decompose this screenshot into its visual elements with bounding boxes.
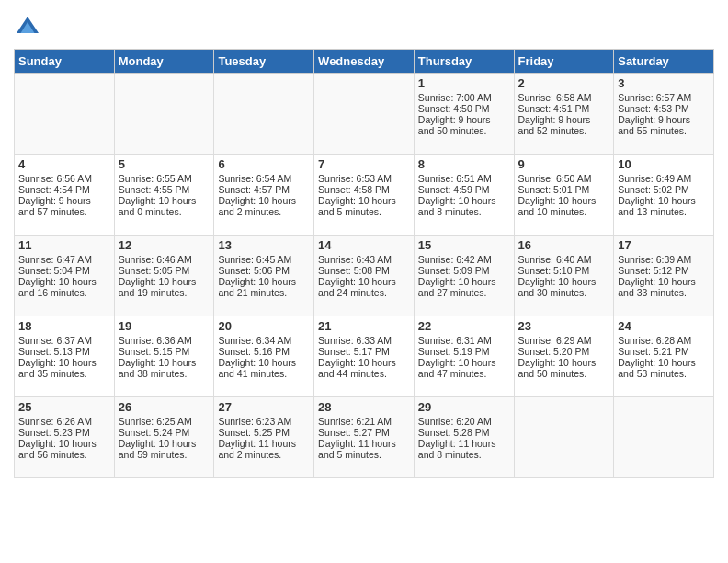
cell-content-line: and 50 minutes.: [518, 368, 610, 379]
cell-content-line: and 10 minutes.: [518, 206, 610, 217]
cell-content-line: Sunrise: 6:43 AM: [318, 254, 410, 265]
day-number: 16: [518, 238, 610, 252]
calendar-cell: 28Sunrise: 6:21 AMSunset: 5:27 PMDayligh…: [314, 397, 415, 478]
cell-content-line: Daylight: 10 hours: [318, 195, 410, 206]
cell-content-line: and 13 minutes.: [618, 206, 710, 217]
cell-content-line: and 38 minutes.: [119, 368, 210, 379]
day-number: 24: [618, 319, 710, 333]
calendar-cell: 4Sunrise: 6:56 AMSunset: 4:54 PMDaylight…: [15, 155, 115, 236]
cell-content-line: Daylight: 10 hours: [119, 276, 210, 287]
calendar-cell: 22Sunrise: 6:31 AMSunset: 5:19 PMDayligh…: [414, 316, 514, 397]
calendar-cell: 26Sunrise: 6:25 AMSunset: 5:24 PMDayligh…: [114, 397, 214, 478]
calendar-week-row: 4Sunrise: 6:56 AMSunset: 4:54 PMDaylight…: [15, 155, 714, 236]
cell-content-line: and 52 minutes.: [518, 125, 610, 136]
calendar-cell: 24Sunrise: 6:28 AMSunset: 5:21 PMDayligh…: [614, 316, 714, 397]
cell-content-line: Sunrise: 6:33 AM: [318, 335, 410, 346]
cell-content-line: Sunrise: 7:00 AM: [418, 92, 510, 103]
cell-content-line: Sunset: 5:08 PM: [318, 265, 410, 276]
cell-content-line: Daylight: 10 hours: [618, 357, 710, 368]
calendar-cell: 14Sunrise: 6:43 AMSunset: 5:08 PMDayligh…: [314, 236, 415, 316]
cell-content-line: and 5 minutes.: [318, 449, 410, 460]
day-number: 1: [418, 76, 510, 90]
cell-content-line: Daylight: 10 hours: [18, 357, 110, 368]
cell-content-line: and 56 minutes.: [18, 449, 110, 460]
cell-content-line: Sunset: 5:23 PM: [18, 427, 110, 438]
cell-content-line: Sunset: 5:13 PM: [18, 346, 110, 357]
cell-content-line: and 16 minutes.: [18, 287, 110, 298]
cell-content-line: Daylight: 10 hours: [418, 276, 510, 287]
day-of-week-header: Friday: [514, 50, 614, 74]
cell-content-line: Daylight: 10 hours: [518, 357, 610, 368]
day-number: 29: [418, 400, 510, 414]
cell-content-line: Sunrise: 6:40 AM: [518, 254, 610, 265]
cell-content-line: Sunset: 5:25 PM: [218, 427, 310, 438]
day-number: 26: [119, 400, 210, 414]
cell-content-line: Sunrise: 6:54 AM: [218, 173, 310, 184]
cell-content-line: Sunset: 5:27 PM: [318, 427, 410, 438]
main-container: SundayMondayTuesdayWednesdayThursdayFrid…: [0, 0, 728, 488]
cell-content-line: and 30 minutes.: [518, 287, 610, 298]
cell-content-line: Sunrise: 6:20 AM: [418, 416, 510, 427]
cell-content-line: Sunset: 5:28 PM: [418, 427, 510, 438]
cell-content-line: and 35 minutes.: [18, 368, 110, 379]
cell-content-line: Sunrise: 6:47 AM: [18, 254, 110, 265]
day-number: 18: [18, 319, 110, 333]
day-number: 9: [518, 157, 610, 171]
cell-content-line: Sunset: 5:19 PM: [418, 346, 510, 357]
cell-content-line: Sunset: 5:02 PM: [618, 184, 710, 195]
cell-content-line: Daylight: 10 hours: [218, 357, 310, 368]
cell-content-line: Sunset: 5:09 PM: [418, 265, 510, 276]
cell-content-line: Daylight: 10 hours: [18, 438, 110, 449]
cell-content-line: Sunset: 5:15 PM: [119, 346, 210, 357]
calendar-cell: 23Sunrise: 6:29 AMSunset: 5:20 PMDayligh…: [514, 316, 614, 397]
cell-content-line: Sunrise: 6:49 AM: [618, 173, 710, 184]
cell-content-line: Sunset: 4:53 PM: [618, 103, 710, 114]
day-number: 23: [518, 319, 610, 333]
cell-content-line: Sunrise: 6:42 AM: [418, 254, 510, 265]
calendar-cell: [614, 397, 714, 478]
calendar-cell: 25Sunrise: 6:26 AMSunset: 5:23 PMDayligh…: [15, 397, 115, 478]
calendar-week-row: 11Sunrise: 6:47 AMSunset: 5:04 PMDayligh…: [15, 236, 714, 316]
cell-content-line: and 55 minutes.: [618, 125, 710, 136]
cell-content-line: Sunset: 5:01 PM: [518, 184, 610, 195]
cell-content-line: Daylight: 9 hours: [518, 114, 610, 125]
cell-content-line: Sunset: 5:06 PM: [218, 265, 310, 276]
cell-content-line: Sunset: 5:12 PM: [618, 265, 710, 276]
logo-icon: [14, 14, 41, 41]
day-number: 25: [18, 400, 110, 414]
cell-content-line: and 47 minutes.: [418, 368, 510, 379]
cell-content-line: and 21 minutes.: [218, 287, 310, 298]
calendar-cell: 27Sunrise: 6:23 AMSunset: 5:25 PMDayligh…: [214, 397, 314, 478]
calendar-cell: [214, 74, 314, 155]
cell-content-line: and 8 minutes.: [418, 449, 510, 460]
cell-content-line: Sunset: 4:57 PM: [218, 184, 310, 195]
cell-content-line: Sunrise: 6:31 AM: [418, 335, 510, 346]
calendar-cell: 12Sunrise: 6:46 AMSunset: 5:05 PMDayligh…: [114, 236, 214, 316]
calendar-week-row: 18Sunrise: 6:37 AMSunset: 5:13 PMDayligh…: [15, 316, 714, 397]
cell-content-line: Daylight: 9 hours: [418, 114, 510, 125]
cell-content-line: Daylight: 11 hours: [418, 438, 510, 449]
day-number: 21: [318, 319, 410, 333]
day-number: 28: [318, 400, 410, 414]
cell-content-line: Sunset: 4:58 PM: [318, 184, 410, 195]
day-of-week-header: Saturday: [614, 50, 714, 74]
calendar-cell: 11Sunrise: 6:47 AMSunset: 5:04 PMDayligh…: [15, 236, 115, 316]
calendar-cell: [314, 74, 415, 155]
day-of-week-header: Monday: [114, 50, 214, 74]
cell-content-line: and 19 minutes.: [119, 287, 210, 298]
cell-content-line: Sunrise: 6:39 AM: [618, 254, 710, 265]
day-number: 10: [618, 157, 710, 171]
cell-content-line: Sunset: 5:17 PM: [318, 346, 410, 357]
cell-content-line: and 0 minutes.: [119, 206, 210, 217]
cell-content-line: and 27 minutes.: [418, 287, 510, 298]
cell-content-line: and 44 minutes.: [318, 368, 410, 379]
cell-content-line: and 2 minutes.: [218, 206, 310, 217]
calendar-cell: 18Sunrise: 6:37 AMSunset: 5:13 PMDayligh…: [15, 316, 115, 397]
calendar-week-row: 25Sunrise: 6:26 AMSunset: 5:23 PMDayligh…: [15, 397, 714, 478]
cell-content-line: Sunrise: 6:37 AM: [18, 335, 110, 346]
calendar-cell: 29Sunrise: 6:20 AMSunset: 5:28 PMDayligh…: [414, 397, 514, 478]
day-number: 27: [218, 400, 310, 414]
day-number: 5: [119, 157, 210, 171]
cell-content-line: Daylight: 10 hours: [518, 195, 610, 206]
day-number: 6: [218, 157, 310, 171]
